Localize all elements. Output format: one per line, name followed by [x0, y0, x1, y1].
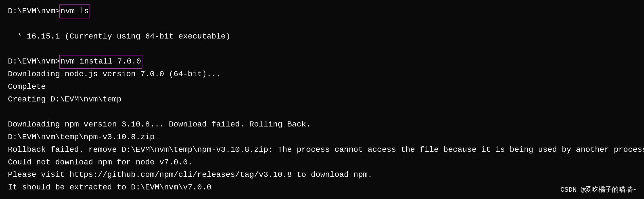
watermark: CSDN @爱吃橘子的喵喵~	[560, 185, 636, 195]
command-text: nvm install 7.0.0	[60, 55, 142, 68]
terminal-line: * 16.15.1 (Currently using 64-bit execut…	[8, 30, 636, 43]
terminal-line: Could not download npm for node v7.0.0.	[8, 156, 636, 169]
terminal-line: Rollback failed. remove D:\EVM\nvm\temp\…	[8, 144, 636, 156]
terminal-line: D:\EVM\nvm>nvm ls	[8, 5, 636, 18]
terminal-content: D:\EVM\nvm>nvm ls * 16.15.1 (Currently u…	[8, 5, 636, 199]
output-text: Complete	[8, 81, 46, 93]
output-text: It should be extracted to D:\EVM\nvm\v7.…	[8, 181, 212, 194]
output-text: * 16.15.1 (Currently using 64-bit execut…	[8, 30, 230, 43]
output-text: Please visit https://github.com/npm/cli/…	[8, 169, 372, 181]
output-text: Could not download npm for node v7.0.0.	[8, 156, 192, 169]
terminal-line: It should be extracted to D:\EVM\nvm\v7.…	[8, 181, 636, 194]
terminal-line	[8, 43, 636, 55]
terminal-line: Downloading npm version 3.10.8... Downlo…	[8, 118, 636, 131]
terminal-line: D:\EVM\nvm>nvm install 7.0.0	[8, 55, 636, 68]
terminal-line: Please visit https://github.com/npm/cli/…	[8, 169, 636, 181]
terminal-line	[8, 194, 636, 199]
terminal-window: D:\EVM\nvm>nvm ls * 16.15.1 (Currently u…	[0, 0, 644, 199]
terminal-line: Complete	[8, 81, 636, 93]
terminal-line: D:\EVM\nvm\temp\npm-v3.10.8.zip	[8, 131, 636, 144]
output-text: Creating D:\EVM\nvm\temp	[8, 93, 121, 106]
output-text: Downloading npm version 3.10.8... Downlo…	[8, 118, 311, 131]
terminal-line	[8, 18, 636, 30]
prompt-text: D:\EVM\nvm>	[8, 5, 60, 18]
prompt-text: D:\EVM\nvm>	[8, 55, 60, 68]
terminal-line: Creating D:\EVM\nvm\temp	[8, 93, 636, 106]
output-text: Rollback failed. remove D:\EVM\nvm\temp\…	[8, 144, 644, 156]
terminal-line	[8, 106, 636, 118]
output-text: Downloading node.js version 7.0.0 (64-bi…	[8, 68, 221, 81]
command-text: nvm ls	[60, 5, 90, 18]
output-text: D:\EVM\nvm\temp\npm-v3.10.8.zip	[8, 131, 155, 144]
terminal-line: Downloading node.js version 7.0.0 (64-bi…	[8, 68, 636, 81]
